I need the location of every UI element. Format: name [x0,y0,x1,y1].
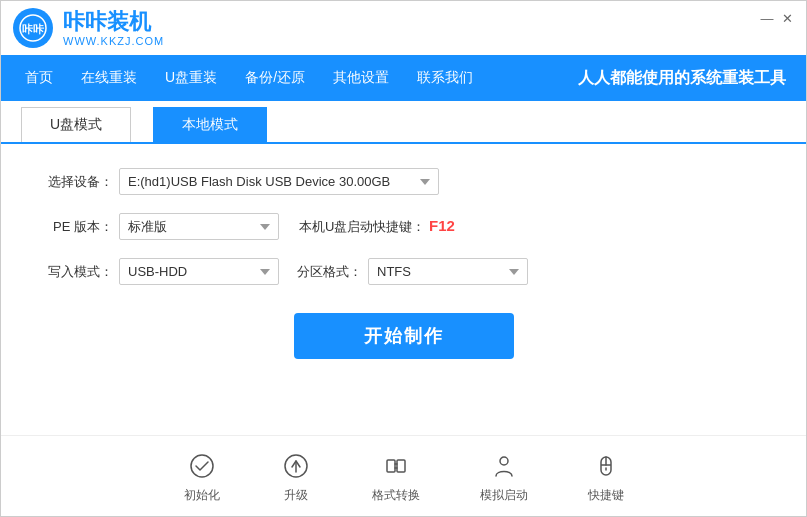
icon-simulate-boot[interactable]: 模拟启动 [480,450,528,504]
person-icon [488,450,520,482]
nav-slogan: 人人都能使用的系统重装工具 [578,68,796,89]
shortcut-key: F12 [429,217,455,234]
bottom-icons: 初始化 升级 格式转换 [1,435,806,516]
shortcut-info: 本机U盘启动快捷键： F12 [299,217,455,236]
svg-point-2 [191,455,213,477]
mouse-icon [590,450,622,482]
nav-contact[interactable]: 联系我们 [403,55,487,101]
check-circle-icon [186,450,218,482]
tabs-row: U盘模式 本地模式 [1,101,806,144]
icon-shortcuts-label: 快捷键 [588,487,624,504]
app-url: WWW.KKZJ.COM [63,35,164,47]
partition-label: 分区格式： [297,263,362,281]
start-btn-row: 开始制作 [41,313,766,359]
main-content: 选择设备： E:(hd1)USB Flash Disk USB Device 3… [1,144,806,435]
tab-local-mode[interactable]: 本地模式 [153,107,267,142]
format-icon [380,450,412,482]
device-select[interactable]: E:(hd1)USB Flash Disk USB Device 30.00GB [119,168,439,195]
pe-label: PE 版本： [41,218,113,236]
close-button[interactable]: ✕ [780,11,794,25]
window-controls: — ✕ [760,11,794,25]
nav-usb-reinstall[interactable]: U盘重装 [151,55,231,101]
write-row: 写入模式： USB-HDD 分区格式： NTFS [41,258,766,285]
nav-backup[interactable]: 备份/还原 [231,55,319,101]
minimize-button[interactable]: — [760,11,774,25]
app-logo: 咔咔 [13,8,53,48]
pe-row: PE 版本： 标准版 本机U盘启动快捷键： F12 [41,213,766,240]
icon-initialize-label: 初始化 [184,487,220,504]
icon-initialize[interactable]: 初始化 [184,450,220,504]
start-button[interactable]: 开始制作 [294,313,514,359]
tab-usb-mode[interactable]: U盘模式 [21,107,131,142]
write-label: 写入模式： [41,263,113,281]
icon-format-label: 格式转换 [372,487,420,504]
svg-rect-5 [387,460,395,472]
device-row: 选择设备： E:(hd1)USB Flash Disk USB Device 3… [41,168,766,195]
pe-select[interactable]: 标准版 [119,213,279,240]
partition-select[interactable]: NTFS [368,258,528,285]
app-window: 咔咔 咔咔装机 WWW.KKZJ.COM — ✕ 首页 在线重装 U盘重装 备份… [0,0,807,517]
nav-home[interactable]: 首页 [11,55,67,101]
app-name-block: 咔咔装机 WWW.KKZJ.COM [63,9,164,47]
svg-text:咔咔: 咔咔 [22,23,45,35]
upload-icon [280,450,312,482]
icon-shortcuts[interactable]: 快捷键 [588,450,624,504]
icon-format-convert[interactable]: 格式转换 [372,450,420,504]
svg-rect-6 [397,460,405,472]
icon-upgrade-label: 升级 [284,487,308,504]
shortcut-label: 本机U盘启动快捷键： [299,219,425,234]
icon-simulate-label: 模拟启动 [480,487,528,504]
nav-settings[interactable]: 其他设置 [319,55,403,101]
app-title: 咔咔装机 [63,9,164,35]
device-label: 选择设备： [41,173,113,191]
svg-point-7 [500,457,508,465]
icon-upgrade[interactable]: 升级 [280,450,312,504]
nav-online-reinstall[interactable]: 在线重装 [67,55,151,101]
nav-bar: 首页 在线重装 U盘重装 备份/还原 其他设置 联系我们 人人都能使用的系统重装… [1,55,806,101]
write-select[interactable]: USB-HDD [119,258,279,285]
title-bar: 咔咔 咔咔装机 WWW.KKZJ.COM — ✕ [1,1,806,55]
